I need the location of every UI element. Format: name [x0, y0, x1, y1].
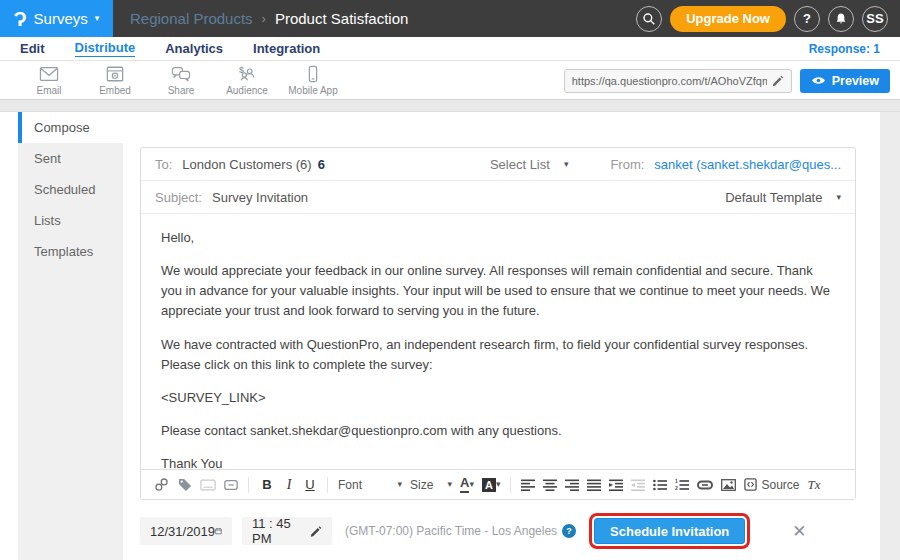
bell-icon: [834, 12, 848, 26]
channel-mobile-label: Mobile App: [288, 85, 337, 96]
insert-image-icon[interactable]: [721, 479, 736, 491]
to-recipient-count[interactable]: 6: [318, 157, 325, 172]
align-left-icon[interactable]: [521, 479, 535, 491]
questionpro-app: Ɂ Surveys ▾ Regional Products › Product …: [0, 0, 900, 560]
indent-icon[interactable]: [609, 479, 623, 491]
sidebar-templates-label: Templates: [34, 244, 93, 259]
text-color-button[interactable]: A▾: [460, 476, 474, 492]
from-value[interactable]: sanket (sanket.shekdar@ques...: [654, 157, 841, 172]
search-button[interactable]: [636, 6, 662, 32]
channel-mobile-app[interactable]: Mobile App: [280, 65, 346, 96]
breadcrumb: Regional Products › Product Satisfaction: [130, 10, 408, 27]
email-icon: [38, 65, 60, 83]
compose-panel: To: London Customers (6) 6 Select List ▾…: [140, 147, 856, 500]
schedule-invitation-button[interactable]: Schedule Invitation: [594, 518, 745, 544]
select-list-label: Select List: [490, 157, 550, 172]
size-dropdown[interactable]: Size▾: [410, 478, 452, 492]
sidebar-item-compose[interactable]: Compose: [18, 112, 123, 143]
breadcrumb-parent-link[interactable]: Regional Products: [130, 10, 253, 27]
toolbar-separator: [248, 477, 249, 493]
preview-label: Preview: [832, 74, 879, 88]
channel-embed[interactable]: Embed: [82, 65, 148, 96]
subject-row: Subject: Survey Invitation Default Templ…: [141, 181, 855, 214]
template-dropdown[interactable]: Default Template ▾: [725, 190, 841, 205]
source-label: Source: [761, 478, 799, 492]
response-count-link[interactable]: Response: 1: [809, 42, 880, 56]
edit-url-pencil-icon[interactable]: [772, 75, 784, 87]
background-color-button[interactable]: A▾: [482, 478, 501, 492]
help-button[interactable]: ?: [794, 6, 820, 32]
time-value: 11 : 45 PM: [252, 516, 310, 546]
preview-button[interactable]: Preview: [800, 69, 890, 93]
date-picker[interactable]: 12/31/2019: [140, 517, 232, 545]
svg-text:1: 1: [675, 479, 678, 484]
subject-input[interactable]: Survey Invitation: [212, 190, 308, 205]
to-row: To: London Customers (6) 6 Select List ▾…: [141, 148, 855, 181]
avatar-initials: SS: [866, 11, 883, 26]
tab-distribute[interactable]: Distribute: [75, 40, 136, 57]
align-justify-icon[interactable]: [587, 479, 601, 491]
sidebar-item-scheduled[interactable]: Scheduled: [18, 174, 123, 205]
size-caret-icon: ▾: [447, 480, 452, 489]
size-dropdown-label: Size: [410, 478, 433, 492]
body-paragraph: Please contact sanket.shekdar@questionpr…: [161, 421, 835, 441]
survey-url-input[interactable]: [572, 75, 767, 87]
align-center-icon[interactable]: [543, 479, 557, 491]
channel-share[interactable]: Share: [148, 65, 214, 96]
eye-icon: [811, 75, 826, 86]
breadcrumb-separator-icon: ›: [262, 11, 266, 26]
button-widget-icon[interactable]: [224, 479, 238, 491]
help-label: ?: [803, 11, 811, 26]
from-group: From: sanket (sanket.shekdar@ques...: [610, 157, 841, 172]
search-icon: [642, 12, 656, 26]
avatar[interactable]: SS: [862, 6, 888, 32]
tab-integration[interactable]: Integration: [253, 41, 320, 57]
keyboard-icon: [200, 479, 216, 491]
sidebar-item-lists[interactable]: Lists: [18, 205, 123, 236]
insert-link-icon[interactable]: [697, 480, 713, 490]
channel-audience[interactable]: $ Audience: [214, 65, 280, 96]
template-label: Default Template: [725, 190, 822, 205]
surveys-menu-label: Surveys: [34, 10, 88, 27]
underline-button[interactable]: U: [303, 477, 317, 492]
close-icon[interactable]: ✕: [792, 523, 806, 540]
tag-icon[interactable]: [177, 477, 192, 492]
upgrade-now-button[interactable]: Upgrade Now: [670, 6, 786, 32]
channel-audience-label-0: Share: [168, 85, 195, 96]
background-color-caret-icon: ▾: [496, 480, 501, 489]
svg-text:2: 2: [675, 485, 678, 491]
timezone-help-icon[interactable]: ?: [562, 524, 576, 538]
surveys-menu[interactable]: Ɂ Surveys ▾: [0, 0, 113, 37]
tab-analytics[interactable]: Analytics: [165, 41, 223, 57]
email-body-editor[interactable]: Hello, We would appreciate your feedback…: [141, 214, 855, 471]
channel-email[interactable]: Email: [16, 65, 82, 96]
notifications-button[interactable]: [828, 6, 854, 32]
font-dropdown-label: Font: [338, 478, 362, 492]
scrollbar-track[interactable]: [880, 112, 900, 560]
date-value: 12/31/2019: [150, 524, 215, 539]
align-right-icon[interactable]: [565, 479, 579, 491]
tab-edit[interactable]: Edit: [20, 41, 45, 57]
sidebar-scheduled-label: Scheduled: [34, 182, 95, 197]
italic-button[interactable]: I: [283, 477, 295, 493]
to-value[interactable]: London Customers (6): [182, 157, 311, 172]
toolbar-separator: [327, 477, 328, 493]
bold-button[interactable]: B: [259, 477, 275, 492]
calendar-icon: [215, 524, 222, 538]
remove-format-button[interactable]: Tx: [807, 477, 820, 493]
numbered-list-icon[interactable]: 12: [675, 479, 689, 491]
sidebar-item-sent[interactable]: Sent: [18, 143, 123, 174]
source-button[interactable]: Source: [744, 478, 799, 492]
survey-tab-bar: Edit Distribute Analytics Integration Re…: [0, 37, 900, 61]
anchor-link-icon[interactable]: [154, 477, 169, 492]
breadcrumb-current: Product Satisfaction: [275, 10, 408, 27]
time-picker[interactable]: 11 : 45 PM: [242, 517, 332, 545]
toolbar-separator: [510, 477, 511, 493]
bullet-list-icon[interactable]: [653, 479, 667, 491]
share-icon: [170, 65, 192, 83]
channel-embed-label: Embed: [99, 85, 131, 96]
survey-url-field[interactable]: [564, 69, 792, 93]
font-dropdown[interactable]: Font▾: [338, 478, 402, 492]
sidebar-item-templates[interactable]: Templates: [18, 236, 123, 267]
select-list-dropdown[interactable]: Select List ▾: [490, 157, 569, 172]
